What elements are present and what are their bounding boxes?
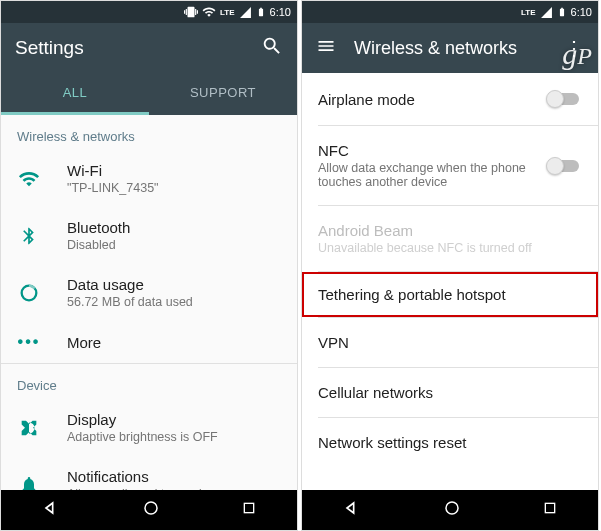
notifications-title: Notifications [67, 468, 281, 485]
tabs: ALL SUPPORT [1, 73, 297, 115]
display-icon [17, 417, 41, 439]
wifi-sub: "TP-LINK_7435" [67, 181, 281, 195]
notifications-sub: All apps allowed to send [67, 487, 281, 490]
vpn-title: VPN [318, 334, 582, 351]
list-item-more[interactable]: ••• More [1, 321, 297, 363]
cell-title: Cellular networks [318, 384, 582, 401]
list-item-notifications[interactable]: Notifications All apps allowed to send [1, 456, 297, 490]
recents-button[interactable] [241, 500, 257, 520]
app-bar: Settings ALL SUPPORT [1, 23, 297, 115]
app-bar: Wireless & networks ⋮ [302, 23, 598, 73]
bluetooth-icon [17, 226, 41, 246]
data-title: Data usage [67, 276, 281, 293]
svg-point-3 [446, 502, 458, 514]
wifi-icon [202, 5, 216, 19]
settings-screen: LTE 6:10 Settings ALL SUPPORT Wireless &… [0, 0, 298, 531]
battery-icon [256, 5, 266, 19]
status-bar: LTE 6:10 [1, 1, 297, 23]
nfc-sub: Allow data exchange when the phone touch… [318, 161, 546, 189]
list-item-nfc[interactable]: NFC Allow data exchange when the phone t… [302, 126, 598, 205]
list-item-data-usage[interactable]: Data usage 56.72 MB of data used [1, 264, 297, 321]
more-title: More [67, 334, 281, 351]
search-icon[interactable] [261, 35, 283, 61]
airplane-toggle[interactable] [546, 89, 582, 109]
reset-title: Network settings reset [318, 434, 582, 451]
nfc-title: NFC [318, 142, 546, 159]
beam-title: Android Beam [318, 222, 582, 239]
list-item-reset[interactable]: Network settings reset [302, 418, 598, 467]
lte-icon: LTE [220, 8, 235, 17]
list-item-vpn[interactable]: VPN [302, 318, 598, 367]
signal-icon [540, 6, 553, 19]
signal-icon [239, 6, 252, 19]
svg-point-1 [145, 502, 157, 514]
home-button[interactable] [142, 499, 160, 521]
overflow-icon[interactable]: ⋮ [564, 38, 584, 58]
svg-rect-2 [244, 503, 253, 512]
tab-support[interactable]: SUPPORT [149, 73, 297, 115]
section-header-device: Device [1, 364, 297, 399]
wifi-title: Wi-Fi [67, 162, 281, 179]
wireless-content: Airplane mode NFC Allow data exchange wh… [302, 73, 598, 490]
page-title: Wireless & networks [354, 38, 546, 59]
list-item-tethering[interactable]: Tethering & portable hotspot [302, 272, 598, 317]
data-sub: 56.72 MB of data used [67, 295, 281, 309]
settings-content: Wireless & networks Wi-Fi "TP-LINK_7435"… [1, 115, 297, 490]
notifications-icon [17, 475, 41, 491]
bluetooth-title: Bluetooth [67, 219, 281, 236]
bluetooth-sub: Disabled [67, 238, 281, 252]
status-bar: LTE 6:10 [302, 1, 598, 23]
list-item-cellular[interactable]: Cellular networks [302, 368, 598, 417]
clock: 6:10 [571, 6, 592, 18]
nav-bar [302, 490, 598, 530]
more-icon: ••• [17, 333, 41, 351]
lte-icon: LTE [521, 8, 536, 17]
list-item-display[interactable]: Display Adaptive brightness is OFF [1, 399, 297, 456]
wifi-icon [17, 168, 41, 190]
vibrate-icon [184, 5, 198, 19]
display-title: Display [67, 411, 281, 428]
section-header-wireless: Wireless & networks [1, 115, 297, 150]
nfc-toggle[interactable] [546, 156, 582, 176]
tether-title: Tethering & portable hotspot [318, 286, 582, 303]
beam-sub: Unavailable because NFC is turned off [318, 241, 582, 255]
back-button[interactable] [342, 498, 362, 522]
back-button[interactable] [41, 498, 61, 522]
clock: 6:10 [270, 6, 291, 18]
svg-rect-4 [545, 503, 554, 512]
data-usage-icon [17, 282, 41, 304]
home-button[interactable] [443, 499, 461, 521]
display-sub: Adaptive brightness is OFF [67, 430, 281, 444]
hamburger-icon[interactable] [316, 36, 336, 60]
list-item-airplane[interactable]: Airplane mode [302, 73, 598, 125]
wireless-networks-screen: LTE 6:10 Wireless & networks ⋮ gP Airpla… [301, 0, 599, 531]
battery-icon [557, 5, 567, 19]
page-title: Settings [15, 37, 243, 59]
list-item-wifi[interactable]: Wi-Fi "TP-LINK_7435" [1, 150, 297, 207]
list-item-android-beam: Android Beam Unavailable because NFC is … [302, 206, 598, 271]
tab-all[interactable]: ALL [1, 73, 149, 115]
nav-bar [1, 490, 297, 530]
recents-button[interactable] [542, 500, 558, 520]
list-item-bluetooth[interactable]: Bluetooth Disabled [1, 207, 297, 264]
airplane-title: Airplane mode [318, 91, 546, 108]
